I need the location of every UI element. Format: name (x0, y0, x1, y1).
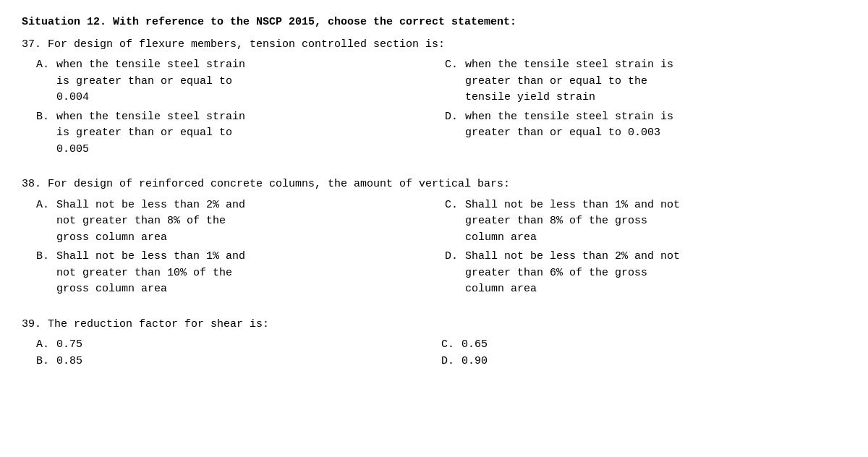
q39-option-d: D. 0.90 (441, 354, 839, 370)
q39-a-label: A. (36, 337, 56, 354)
q38-option-a: A. Shall not be less than 2% and not gre… (36, 197, 430, 247)
q37-a-line3: 0.004 (56, 90, 430, 106)
q39-b-value: 0.85 (56, 354, 82, 370)
q37-option-b: B. when the tensile steel strain is grea… (36, 109, 430, 158)
q38-c-line2: greater than 8% of the gross (465, 213, 839, 230)
question-37: 37. For design of flexure members, tensi… (22, 37, 846, 160)
q39-options: A. 0.75 B. 0.85 C. 0.65 D. 0.90 (36, 337, 846, 370)
q37-d-label: D. (445, 109, 465, 142)
question-38: 38. For design of reinforced concrete co… (22, 176, 846, 299)
q38-question: For design of reinforced concrete column… (41, 178, 510, 190)
q39-number: 39. (22, 318, 41, 330)
q37-d-text: when the tensile steel strain is greater… (465, 109, 839, 142)
q37-c-line1: when the tensile steel strain is (465, 57, 839, 74)
q39-left-col: A. 0.75 B. 0.85 (36, 337, 441, 370)
q37-b-line2: is greater than or equal to (56, 125, 430, 142)
q37-right-col: C. when the tensile steel strain is grea… (445, 57, 846, 159)
q38-left-col: A. Shall not be less than 2% and not gre… (36, 197, 438, 299)
q38-a-line1: Shall not be less than 2% and (56, 197, 430, 214)
q39-a-value: 0.75 (56, 337, 82, 354)
page-content: Situation 12. With reference to the NSCP… (22, 14, 846, 370)
q37-c-label: C. (445, 57, 465, 106)
q39-right-col: C. 0.65 D. 0.90 (441, 337, 846, 370)
q38-d-line1: Shall not be less than 2% and not (465, 249, 839, 265)
q37-d-line2: greater than or equal to 0.003 (465, 125, 839, 142)
q39-c-label: C. (441, 337, 461, 354)
q38-a-label: A. (36, 197, 56, 247)
q39-option-b: B. 0.85 (36, 354, 434, 370)
q38-b-label: B. (36, 249, 56, 298)
q38-options: A. Shall not be less than 2% and not gre… (36, 197, 846, 299)
q37-option-a: A. when the tensile steel strain is grea… (36, 57, 430, 106)
q38-a-line2: not greater than 8% of the (56, 213, 430, 230)
q38-b-text: Shall not be less than 1% and not greate… (56, 249, 430, 298)
q39-c-value: 0.65 (461, 337, 488, 354)
q37-c-line3: tensile yield strain (465, 90, 839, 106)
q39-d-value: 0.90 (461, 354, 488, 370)
q37-d-line1: when the tensile steel strain is (465, 109, 839, 126)
q37-question: For design of flexure members, tension c… (41, 38, 445, 51)
q39-question: The reduction factor for shear is: (41, 318, 269, 330)
q37-number: 37. (22, 38, 41, 51)
q38-right-col: C. Shall not be less than 1% and not gre… (445, 197, 846, 299)
question-39: 39. The reduction factor for shear is: A… (22, 317, 846, 370)
q38-d-line3: column area (465, 281, 839, 298)
q38-c-text: Shall not be less than 1% and not greate… (465, 197, 839, 247)
q37-b-text: when the tensile steel strain is greater… (56, 109, 430, 158)
q38-b-line3: gross column area (56, 281, 430, 298)
q38-number: 38. (22, 178, 41, 190)
q38-d-text: Shall not be less than 2% and not greate… (465, 249, 839, 298)
q38-option-c: C. Shall not be less than 1% and not gre… (445, 197, 839, 247)
q39-option-c: C. 0.65 (441, 337, 839, 354)
situation-header: Situation 12. With reference to the NSCP… (22, 14, 846, 31)
q37-b-label: B. (36, 109, 56, 158)
q37-a-line1: when the tensile steel strain (56, 57, 430, 74)
q38-b-line1: Shall not be less than 1% and (56, 249, 430, 265)
q39-line: 39. The reduction factor for shear is: (22, 317, 846, 333)
q39-d-label: D. (441, 354, 461, 370)
q37-a-label: A. (36, 57, 56, 106)
q37-option-d: D. when the tensile steel strain is grea… (445, 109, 839, 142)
q38-option-d: D. Shall not be less than 2% and not gre… (445, 249, 839, 298)
situation-label: Situation 12. (22, 16, 106, 28)
q38-c-line1: Shall not be less than 1% and not (465, 197, 839, 214)
q38-d-line2: greater than 6% of the gross (465, 265, 839, 282)
q37-c-text: when the tensile steel strain is greater… (465, 57, 839, 106)
q39-b-label: B. (36, 354, 56, 370)
q38-option-b: B. Shall not be less than 1% and not gre… (36, 249, 430, 298)
q39-option-a: A. 0.75 (36, 337, 434, 354)
q38-c-label: C. (445, 197, 465, 247)
q37-c-line2: greater than or equal to the (465, 74, 839, 90)
q38-line: 38. For design of reinforced concrete co… (22, 176, 846, 193)
q38-a-line3: gross column area (56, 230, 430, 247)
q37-line: 37. For design of flexure members, tensi… (22, 37, 846, 54)
q38-d-label: D. (445, 249, 465, 298)
q38-b-line2: not greater than 10% of the (56, 265, 430, 282)
q38-c-line3: column area (465, 230, 839, 247)
q37-a-text: when the tensile steel strain is greater… (56, 57, 430, 106)
q37-b-line3: 0.005 (56, 142, 430, 158)
q37-a-line2: is greater than or equal to (56, 74, 430, 90)
q37-options: A. when the tensile steel strain is grea… (36, 57, 846, 159)
q37-option-c: C. when the tensile steel strain is grea… (445, 57, 839, 106)
q38-a-text: Shall not be less than 2% and not greate… (56, 197, 430, 247)
q37-left-col: A. when the tensile steel strain is grea… (36, 57, 438, 159)
q37-b-line1: when the tensile steel strain (56, 109, 430, 126)
situation-text: With reference to the NSCP 2015, choose … (106, 16, 516, 28)
